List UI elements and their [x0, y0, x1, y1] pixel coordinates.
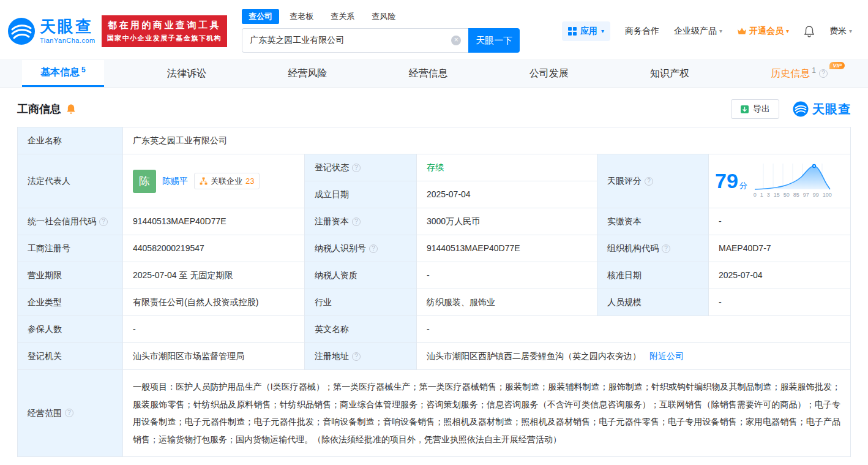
tab-basic-info-label: 基本信息	[40, 66, 80, 79]
search-tabs: 查公司 查老板 查关系 查风险	[242, 9, 520, 24]
value-registration-status: 存续	[417, 154, 597, 181]
banner-line-2: 国家中小企业发展子基金旗下机构	[107, 34, 222, 43]
label-tianyan-score: 天眼评分 ?	[597, 154, 709, 208]
status-badge: 存续	[427, 161, 444, 174]
value-staff-size: -	[709, 289, 851, 316]
grid-icon	[568, 27, 577, 36]
nav-cooperation-label: 商务合作	[625, 26, 659, 37]
value-tianyan-score[interactable]: 79 分	[709, 154, 851, 208]
help-icon[interactable]: ?	[352, 352, 361, 361]
label-registration-authority: 登记机关	[18, 343, 123, 370]
tab-basic-info[interactable]: 基本信息 5	[22, 60, 104, 87]
help-icon[interactable]: ?	[65, 409, 73, 417]
label-legal-representative: 法定代表人	[18, 154, 123, 208]
banner-line-1: 都在用的商业查询工具	[107, 20, 222, 31]
search-area: 查公司 查老板 查关系 查风险 × 天眼一下	[242, 9, 520, 53]
label-approval-date: 核准日期	[597, 262, 709, 289]
tab-intellectual-property[interactable]: 知识产权	[632, 60, 708, 87]
search-button[interactable]: 天眼一下	[468, 28, 520, 53]
tab-history-info[interactable]: VIP 历史信息 1 ?	[752, 60, 846, 87]
value-approval-date: 2025-07-04	[709, 262, 851, 289]
label-company-type: 企业类型	[18, 289, 123, 316]
help-icon[interactable]: ?	[352, 164, 361, 172]
promo-banner: 都在用的商业查询工具 国家中小企业发展子基金旗下机构	[102, 15, 228, 47]
related-companies-count: 23	[245, 175, 254, 187]
nearby-companies-link[interactable]: 附近公司	[649, 350, 684, 363]
tab-risk-label: 经营风险	[288, 67, 327, 80]
search-tab-boss[interactable]: 查老板	[283, 9, 320, 24]
score-curve	[754, 162, 832, 191]
logo-icon	[793, 101, 809, 117]
export-button[interactable]: 导出	[731, 99, 779, 119]
value-english-name: -	[417, 316, 851, 343]
value-registration-authority: 汕头市潮阳区市场监督管理局	[123, 343, 305, 370]
label-registered-address: 注册地址 ?	[305, 343, 417, 370]
help-icon[interactable]: ?	[369, 244, 378, 253]
related-companies-badge[interactable]: 关联企业 23	[194, 173, 260, 190]
subscribe-bell-icon[interactable]	[66, 104, 76, 115]
legal-rep-avatar[interactable]: 陈	[133, 170, 156, 193]
label-industry: 行业	[305, 289, 417, 316]
label-registration-status: 登记状态 ?	[305, 154, 417, 181]
nav-open-vip[interactable]: 开通会员 ▾	[737, 26, 789, 37]
value-company-type: 有限责任公司(自然人投资或控股)	[123, 289, 305, 316]
vip-badge: VIP	[829, 62, 845, 69]
label-organization-code: 组织机构代码 ?	[597, 235, 709, 262]
help-icon[interactable]: ?	[662, 244, 670, 253]
label-business-scope: 经营范围 ?	[18, 370, 123, 457]
nav-enterprise-products[interactable]: 企业级产品 ▾	[674, 26, 722, 37]
chevron-down-icon: ▾	[786, 28, 789, 34]
label-taxpayer-id: 纳税人识别号 ?	[305, 235, 417, 262]
tab-operating-info[interactable]: 经营信息	[390, 60, 466, 87]
label-company-name: 企业名称	[18, 127, 123, 154]
tab-company-development[interactable]: 公司发展	[511, 60, 587, 87]
legal-rep-name-link[interactable]: 陈赐平	[162, 175, 188, 187]
related-companies-label: 关联企业	[211, 175, 242, 187]
top-navigation: 应用 ▾ 商务合作 企业级产品 ▾ 开通会员 ▾ 费米 ▾	[562, 21, 852, 41]
notifications-button[interactable]	[804, 25, 815, 37]
label-paid-in-capital: 实缴资本	[597, 208, 709, 235]
nav-user-menu[interactable]: 费米 ▾	[829, 26, 852, 37]
label-staff-size: 人员规模	[597, 289, 709, 316]
tab-legal-proceedings[interactable]: 法律诉讼	[149, 60, 225, 87]
logo-domain-text: TianYanCha.com	[40, 37, 95, 44]
search-tab-relation[interactable]: 查关系	[324, 9, 361, 24]
value-registered-address: 汕头市潮阳区西胪镇西二居委鲤鱼沟（英之园内衣旁边） 附近公司	[417, 343, 851, 370]
value-taxpayer-id: 91440513MAEP40D77E	[417, 235, 597, 262]
tab-legal-label: 法律诉讼	[167, 67, 206, 80]
nav-enterprise-label: 企业级产品	[674, 26, 717, 37]
org-structure-icon	[200, 177, 208, 185]
value-business-scope: 一般项目：医护人员防护用品生产（I类医疗器械）；第一类医疗器械生产；第一类医疗器…	[123, 370, 851, 457]
tab-ip-label: 知识产权	[650, 67, 689, 80]
label-business-term: 营业期限	[18, 262, 123, 289]
score-value: 79	[715, 165, 738, 197]
nav-vip-label: 开通会员	[749, 26, 784, 37]
value-registered-capital: 3000万人民币	[417, 208, 597, 235]
company-detail-tabs: 基本信息 5 法律诉讼 经营风险 经营信息 公司发展 知识产权 VIP 历史信息…	[0, 59, 868, 88]
tab-operating-risk[interactable]: 经营风险	[269, 60, 345, 87]
chevron-down-icon: ▾	[601, 28, 604, 34]
score-axis-labels: 01 315 5085 9799 100	[754, 191, 832, 200]
help-icon[interactable]: ?	[645, 177, 653, 186]
help-icon[interactable]: ?	[99, 217, 108, 226]
tab-history-label: 历史信息	[771, 67, 810, 80]
tianyancha-logo[interactable]: 天眼查 TianYanCha.com	[7, 17, 95, 45]
nav-apps-menu[interactable]: 应用 ▾	[562, 21, 610, 41]
value-credit-code: 91440513MAEP40D77E	[123, 208, 305, 235]
value-paid-in-capital: -	[709, 208, 851, 235]
value-insured-count: -	[123, 316, 305, 343]
value-taxpayer-quality: -	[417, 262, 597, 289]
nav-username: 费米	[829, 26, 847, 37]
search-input[interactable]	[242, 28, 468, 53]
tab-history-count: 1	[812, 66, 816, 75]
help-icon[interactable]: ?	[352, 217, 361, 226]
label-establish-date: 成立日期	[305, 181, 417, 208]
nav-cooperation[interactable]: 商务合作	[625, 26, 659, 37]
chevron-down-icon: ▾	[849, 28, 852, 34]
nav-apps-label: 应用	[580, 26, 597, 37]
search-tab-company[interactable]: 查公司	[242, 9, 279, 24]
value-company-name: 广东英之园工业有限公司	[123, 127, 851, 154]
value-registration-number: 440582000219547	[123, 235, 305, 262]
search-tab-risk[interactable]: 查风险	[365, 9, 402, 24]
help-icon[interactable]: ?	[819, 69, 828, 78]
